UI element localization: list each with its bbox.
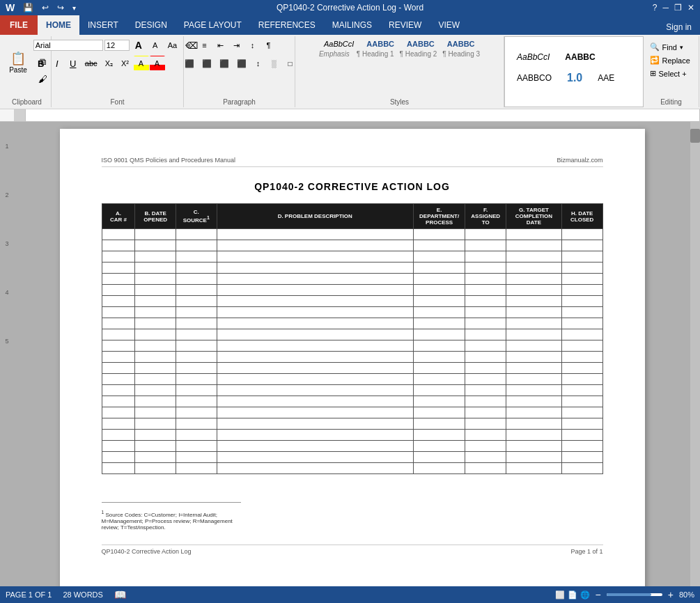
cell-r14-c5[interactable] [465, 385, 506, 396]
text-highlight-button[interactable]: A [134, 56, 149, 71]
table-row[interactable] [102, 251, 602, 263]
read-mode-icon[interactable]: 📄 [568, 590, 577, 600]
cell-r20-c2[interactable] [176, 452, 217, 463]
cell-r19-c5[interactable] [465, 441, 506, 452]
line-spacing-button[interactable]: ↕ [251, 56, 266, 71]
cell-r15-c3[interactable] [217, 396, 413, 407]
cell-r17-c1[interactable] [135, 418, 176, 430]
cell-r10-c2[interactable] [176, 340, 217, 352]
cell-r0-c6[interactable] [506, 229, 561, 240]
cell-r6-c1[interactable] [135, 296, 176, 307]
cell-r7-c4[interactable] [413, 307, 465, 318]
tab-references[interactable]: REFERENCES [250, 15, 324, 35]
sign-in-btn[interactable]: Sign in [658, 19, 700, 35]
cell-r7-c1[interactable] [135, 307, 176, 318]
cell-r17-c3[interactable] [217, 418, 413, 430]
shading-button[interactable]: ░ [267, 56, 282, 71]
cell-r9-c3[interactable] [217, 329, 413, 340]
table-row[interactable] [102, 374, 602, 385]
cell-r1-c5[interactable] [465, 240, 506, 251]
cell-r8-c4[interactable] [413, 318, 465, 329]
font-name-input[interactable] [33, 40, 103, 51]
cell-r4-c4[interactable] [413, 274, 465, 285]
tab-file[interactable]: FILE [0, 15, 38, 35]
zoom-minus[interactable]: − [596, 589, 601, 600]
style-emphasis[interactable]: AaBbCcI [319, 38, 359, 50]
cell-r15-c7[interactable] [561, 396, 602, 407]
cell-r1-c1[interactable] [135, 240, 176, 251]
cell-r13-c0[interactable] [102, 374, 135, 385]
subscript-button[interactable]: X₂ [102, 56, 117, 71]
table-row[interactable] [102, 296, 602, 307]
bullets-button[interactable]: ≡ [181, 38, 196, 53]
cell-r10-c7[interactable] [561, 340, 602, 352]
cell-r20-c4[interactable] [413, 452, 465, 463]
cell-r5-c4[interactable] [413, 285, 465, 296]
cell-r4-c2[interactable] [176, 274, 217, 285]
cell-r19-c4[interactable] [413, 441, 465, 452]
cell-r15-c5[interactable] [465, 396, 506, 407]
cell-r6-c6[interactable] [506, 296, 561, 307]
cell-r19-c2[interactable] [176, 441, 217, 452]
sort-button[interactable]: ↕ [245, 38, 260, 53]
show-hide-button[interactable]: ¶ [261, 38, 277, 53]
quick-access-arrow[interactable]: ▾ [72, 4, 76, 12]
table-row[interactable] [102, 363, 602, 374]
cell-r1-c0[interactable] [102, 240, 135, 251]
cell-r15-c6[interactable] [506, 396, 561, 407]
cell-r4-c3[interactable] [217, 274, 413, 285]
cell-r16-c1[interactable] [135, 407, 176, 418]
cell-r11-c2[interactable] [176, 352, 217, 363]
cell-r20-c1[interactable] [135, 452, 176, 463]
book-icon[interactable]: 📖 [114, 589, 126, 600]
cell-r20-c6[interactable] [506, 452, 561, 463]
cell-r2-c6[interactable] [506, 251, 561, 263]
cell-r12-c1[interactable] [135, 363, 176, 374]
align-left-button[interactable]: ⬛ [181, 56, 198, 71]
cell-r11-c0[interactable] [102, 352, 135, 363]
cell-r11-c5[interactable] [465, 352, 506, 363]
cell-r21-c1[interactable] [135, 463, 176, 474]
cell-r7-c7[interactable] [561, 307, 602, 318]
cell-r16-c0[interactable] [102, 407, 135, 418]
cell-r5-c3[interactable] [217, 285, 413, 296]
cell-r9-c6[interactable] [506, 329, 561, 340]
cell-r11-c7[interactable] [561, 352, 602, 363]
justify-button[interactable]: ⬛ [233, 56, 250, 71]
close-btn[interactable]: ✕ [687, 3, 694, 13]
cell-r16-c6[interactable] [506, 407, 561, 418]
cell-r15-c0[interactable] [102, 396, 135, 407]
cell-r6-c5[interactable] [465, 296, 506, 307]
cell-r18-c7[interactable] [561, 430, 602, 441]
cell-r4-c7[interactable] [561, 274, 602, 285]
cell-r10-c1[interactable] [135, 340, 176, 352]
table-row[interactable] [102, 452, 602, 463]
tab-design[interactable]: DESIGN [127, 15, 176, 35]
grow-font-button[interactable]: A [131, 38, 146, 53]
cell-r4-c5[interactable] [465, 274, 506, 285]
cell-r20-c3[interactable] [217, 452, 413, 463]
cell-r9-c0[interactable] [102, 329, 135, 340]
cell-r3-c1[interactable] [135, 263, 176, 274]
style-heading2-label[interactable]: AABBC [402, 38, 440, 50]
cell-r0-c2[interactable] [176, 229, 217, 240]
shrink-font-button[interactable]: A [148, 38, 163, 53]
cell-r19-c0[interactable] [102, 441, 135, 452]
table-row[interactable] [102, 329, 602, 340]
cell-r3-c4[interactable] [413, 263, 465, 274]
cell-r18-c0[interactable] [102, 430, 135, 441]
tab-insert[interactable]: INSERT [79, 15, 127, 35]
cell-r2-c7[interactable] [561, 251, 602, 263]
cell-r4-c1[interactable] [135, 274, 176, 285]
cell-r18-c5[interactable] [465, 430, 506, 441]
cell-r0-c5[interactable] [465, 229, 506, 240]
quick-redo[interactable]: ↪ [57, 3, 64, 13]
table-row[interactable] [102, 385, 602, 396]
cell-r10-c0[interactable] [102, 340, 135, 352]
cell-r21-c7[interactable] [561, 463, 602, 474]
cell-r17-c0[interactable] [102, 418, 135, 430]
table-row[interactable] [102, 352, 602, 363]
cell-r0-c4[interactable] [413, 229, 465, 240]
cell-r2-c1[interactable] [135, 251, 176, 263]
cell-r12-c0[interactable] [102, 363, 135, 374]
